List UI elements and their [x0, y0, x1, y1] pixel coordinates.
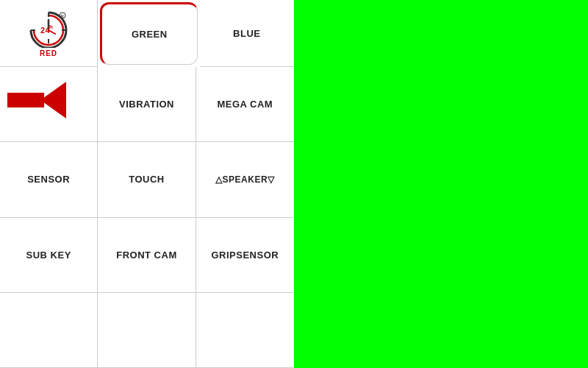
mega-cam-button[interactable]: MEGA CAM	[196, 67, 294, 142]
svg-rect-11	[7, 93, 44, 107]
svg-marker-10	[40, 82, 66, 118]
empty-cell-3	[196, 293, 294, 368]
arrow-icon	[7, 74, 66, 126]
logo-cell: 24 h R RED	[0, 0, 98, 67]
front-cam-button[interactable]: FRONT CAM	[98, 218, 196, 293]
green-button[interactable]: GREEN	[100, 2, 198, 65]
empty-cell-2	[98, 293, 196, 368]
right-panel-green	[294, 0, 588, 368]
rec-button[interactable]: REC	[0, 67, 98, 142]
logo-icon: 24 h R	[27, 10, 70, 48]
sensor-button[interactable]: SENSOR	[0, 142, 98, 217]
blue-button[interactable]: BLUE	[200, 0, 295, 67]
test-grid: REC VIBRATION MEGA CAM SENSOR TOUCH △SPE…	[0, 67, 294, 368]
left-panel: 24 h R RED GREEN BLUE REC	[0, 0, 294, 368]
svg-text:R: R	[61, 14, 64, 18]
svg-text:h: h	[49, 24, 53, 30]
logo-label: RED	[40, 49, 57, 57]
vibration-button[interactable]: VIBRATION	[98, 67, 196, 142]
touch-button[interactable]: TOUCH	[98, 142, 196, 217]
sub-key-button[interactable]: SUB KEY	[0, 218, 98, 293]
gripsensor-button[interactable]: GRIPSENSOR	[196, 218, 294, 293]
speaker-button[interactable]: △SPEAKER▽	[196, 142, 294, 217]
empty-cell-1	[0, 293, 98, 368]
